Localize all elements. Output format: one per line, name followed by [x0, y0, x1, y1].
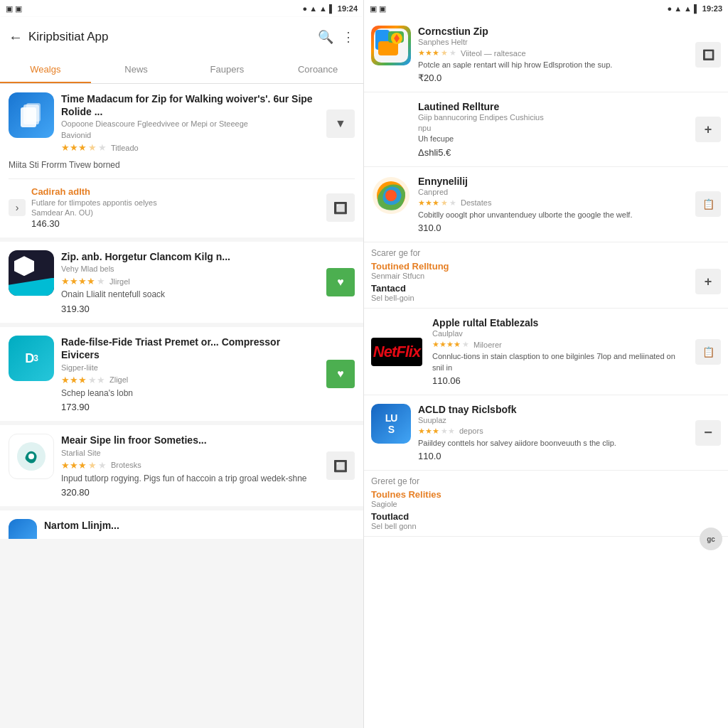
- section-item-name-4: Tantacd: [371, 283, 449, 294]
- app-name-5: Nartom Llinjm...: [44, 519, 355, 532]
- right-action-3[interactable]: 📋: [695, 191, 721, 217]
- app-stars-3: ★★★★★ Zligel: [61, 375, 319, 385]
- svg-point-12: [385, 190, 397, 201]
- search-icon[interactable]: 🔍: [318, 29, 333, 45]
- left-status-right: ● ▲ ▲ ▌ 19:24: [302, 4, 358, 13]
- action-btn-4[interactable]: 🔲: [326, 451, 355, 480]
- app-stars-2: ★★★★★ Jlirgel: [61, 276, 319, 287]
- app-dev-4: Starlial Site: [61, 449, 319, 457]
- right-status-icons: ▣ ▣: [370, 4, 386, 14]
- right-price-6: 110.0: [418, 451, 688, 461]
- app-card-3: D3 Rade-filse-Fide Triast Premet or... C…: [0, 327, 363, 421]
- app-row-2: Zip. anb. Horgetur Clancom Kilg n... Veh…: [9, 250, 355, 314]
- right-status-right: ● ▲ ▲ ▌ 19:23: [667, 4, 722, 13]
- right-info-1: Corncstiun Zip Sanphes Heltr ★★★★★ Viite…: [418, 26, 688, 83]
- right-price-5: 110.06: [432, 375, 688, 386]
- section-item-name-7: Toutlacd: [371, 511, 721, 522]
- action-btn-2[interactable]: ♥: [326, 268, 355, 296]
- sub-action-1[interactable]: 🔲: [326, 193, 355, 222]
- app-icon-1: [9, 92, 54, 138]
- action-btn-3[interactable]: ♥: [326, 360, 355, 388]
- app-icon-5: [9, 519, 37, 539]
- app-card-2: Zip. anb. Horgetur Clancom Kilg n... Veh…: [0, 242, 363, 323]
- app-list: Time Madacum for Zip for Walking woiver'…: [0, 84, 363, 728]
- app-badge-1: Bavionid: [61, 131, 319, 139]
- right-dev-2: Giip bannucoring Endipes Cushicius: [418, 113, 688, 122]
- app-card-4: Meair Sipe lin froor Someties... Starlia…: [0, 425, 363, 506]
- app-info-1: Time Madacum for Zip for Walking woiver'…: [61, 92, 319, 155]
- app-info-5: Nartom Llinjm...: [44, 519, 355, 533]
- section-action-4[interactable]: +: [695, 269, 721, 294]
- right-name-3: Ennynelilij: [418, 176, 688, 187]
- right-action-2[interactable]: +: [695, 117, 721, 142]
- rating-text-2: Jlirgel: [109, 277, 130, 286]
- section-content-7: Toulnes Relities Sagiole Toutlacd Sel be…: [371, 489, 721, 530]
- app-name-1: Time Madacum for Zip for Walking woiver'…: [61, 92, 319, 118]
- svg-point-4: [28, 454, 34, 459]
- right-panel: ▣ ▣ ● ▲ ▲ ▌ 19:23 Corncstiun Zip S: [364, 0, 728, 728]
- right-desc-6: Paiildey conttels hor salvey aiidore boo…: [418, 438, 688, 449]
- left-header: ← Kiripbsitiat App 🔍 ⋮: [0, 17, 363, 57]
- section-item-dev-7: Sel bell gonn: [371, 522, 721, 530]
- app-stars-4: ★★★★★ Brotesks: [61, 460, 319, 471]
- tab-wealgs[interactable]: Wealgs: [0, 57, 91, 83]
- app-desc-1: Miita Sti Frorrm Tivew borned: [9, 159, 355, 171]
- right-icon-6: LUS: [371, 404, 411, 444]
- app-info-3: Rade-filse-Fide Triast Premet or... Comp…: [61, 336, 319, 412]
- tab-news[interactable]: News: [91, 57, 182, 83]
- sub-desc-1: Futlare for tlimpotes appontis oelyes: [31, 198, 326, 207]
- sub-desc-2: Samdear An. OU): [31, 208, 326, 217]
- sub-price-1: 146.30: [31, 218, 326, 229]
- left-panel: ▣ ▣ ● ▲ ▲ ▌ 19:24 ← Kiripbsitiat App 🔍 ⋮…: [0, 0, 364, 728]
- section-label-7: Greret ge for: [371, 476, 721, 486]
- right-info-6: ACLD tnay Riclsbofk Suuplaz ★★★★★ depors…: [418, 404, 688, 461]
- expand-btn-1[interactable]: ›: [9, 199, 26, 216]
- right-item-1: Corncstiun Zip Sanphes Heltr ★★★★★ Viite…: [364, 17, 728, 92]
- sub-item-1: › Cadirah adlth Futlare for tlimpotes ap…: [9, 178, 355, 229]
- section-4: Scarer ge for Toutined Relltung Senmair …: [364, 242, 728, 309]
- section-row-4: Toutined Relltung Senmair Stfucn Tantacd…: [371, 261, 721, 302]
- rating-text-1: Titleado: [111, 144, 139, 152]
- right-item-5: NetFlix Apple rultal Etablezals Caulplav…: [364, 309, 728, 395]
- app-info-2: Zip. anb. Horgetur Clancom Kilg n... Veh…: [61, 250, 319, 314]
- left-status-icons: ▣ ▣: [6, 4, 22, 14]
- app-icon-4: [9, 434, 54, 479]
- app-desc-2: Onain Llialit nentefull soack: [61, 289, 319, 301]
- rating-text-3: Zligel: [109, 375, 128, 384]
- app-name-4: Meair Sipe lin froor Someties...: [61, 434, 319, 446]
- right-action-6[interactable]: −: [695, 420, 721, 446]
- section-sub-dev-4: Senmair Stfucn: [371, 272, 449, 280]
- right-rating-5: Miloerer: [473, 341, 502, 349]
- app-row-5: Nartom Llinjm...: [9, 519, 355, 539]
- right-dev-3: Canpred: [418, 188, 688, 196]
- footer-gc-icon: gc: [700, 528, 722, 550]
- rating-text-4: Brotesks: [111, 461, 141, 469]
- more-icon[interactable]: ⋮: [342, 29, 355, 45]
- right-name-2: Lautined Rellture: [418, 101, 688, 112]
- app-stars-1: ★★★★★ Titleado: [61, 142, 319, 153]
- left-status-time: 19:24: [338, 4, 358, 13]
- app-price-4: 320.80: [61, 487, 319, 498]
- right-name-1: Corncstiun Zip: [418, 26, 688, 37]
- section-7: Greret ge for Toulnes Relities Sagiole T…: [364, 471, 728, 537]
- right-status-left: ▣ ▣: [370, 4, 386, 14]
- tab-coroance[interactable]: Coroance: [272, 57, 363, 83]
- right-stars-1: ★★★★★ Viiteol — raltesace: [418, 48, 688, 58]
- app-name-2: Zip. anb. Horgetur Clancom Kilg n...: [61, 250, 319, 263]
- right-icon-5: NetFlix: [371, 338, 422, 366]
- app-row-1: Time Madacum for Zip for Walking woiver'…: [9, 92, 355, 155]
- action-btn-1[interactable]: ▼: [326, 109, 355, 138]
- right-dev-5: Caulplav: [432, 329, 688, 338]
- right-action-1[interactable]: 🔲: [695, 42, 721, 68]
- right-dev-1: Sanphes Heltr: [418, 38, 688, 46]
- right-rating-3: Destates: [461, 198, 491, 207]
- app-desc-3: Schep leana's lobn: [61, 387, 319, 400]
- back-button[interactable]: ←: [9, 29, 23, 46]
- right-status-signal: ● ▲ ▲ ▌: [667, 4, 699, 13]
- app-dev-3: Sigper-liite: [61, 363, 319, 372]
- right-stars-5: ★★★★★ Miloerer: [432, 340, 688, 349]
- right-desc-3: Cobitlly oooglt phor unvantenduey ulbort…: [418, 210, 688, 220]
- left-status-bar: ▣ ▣ ● ▲ ▲ ▌ 19:24: [0, 0, 363, 17]
- right-action-5[interactable]: 📋: [695, 339, 721, 365]
- tab-faupers[interactable]: Faupers: [182, 57, 273, 83]
